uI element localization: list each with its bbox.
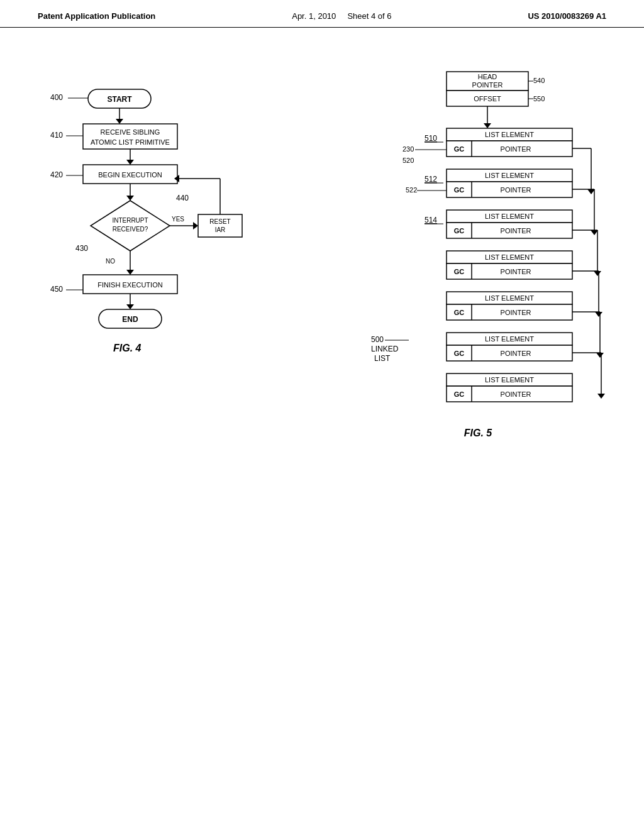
svg-marker-124 xyxy=(597,394,605,399)
svg-marker-35 xyxy=(126,270,134,275)
svg-text:512: 512 xyxy=(425,175,437,184)
svg-text:410: 410 xyxy=(50,131,63,140)
svg-text:400: 400 xyxy=(50,93,63,102)
svg-text:GC: GC xyxy=(454,309,465,316)
svg-text:POINTER: POINTER xyxy=(501,390,531,398)
svg-text:LIST ELEMENT: LIST ELEMENT xyxy=(485,335,534,343)
svg-text:RECEIVED?: RECEIVED? xyxy=(113,226,148,233)
svg-marker-55 xyxy=(484,123,491,128)
svg-text:POINTER: POINTER xyxy=(501,145,531,153)
svg-text:510: 510 xyxy=(425,134,437,143)
svg-text:POINTER: POINTER xyxy=(472,81,503,89)
header-right: US 2010/0083269 A1 xyxy=(528,11,606,21)
svg-text:430: 430 xyxy=(75,244,88,253)
svg-marker-5 xyxy=(116,119,123,124)
svg-text:LIST: LIST xyxy=(374,354,391,363)
svg-text:FIG. 4: FIG. 4 xyxy=(113,343,142,353)
header-center: Apr. 1, 2010 Sheet 4 of 6 xyxy=(292,11,391,21)
svg-text:GC: GC xyxy=(454,145,465,153)
fig5-diagram: HEAD POINTER 540 OFFSET 550 510 LIST ELE… xyxy=(308,65,610,726)
svg-marker-82 xyxy=(591,230,598,235)
svg-text:LIST ELEMENT: LIST ELEMENT xyxy=(485,213,534,220)
svg-marker-12 xyxy=(126,160,134,165)
svg-marker-18 xyxy=(126,196,134,201)
svg-text:YES: YES xyxy=(172,216,184,223)
svg-text:LIST ELEMENT: LIST ELEMENT xyxy=(485,376,534,384)
svg-text:FINISH EXECUTION: FINISH EXECUTION xyxy=(97,281,162,289)
svg-text:FIG. 5: FIG. 5 xyxy=(464,428,493,438)
svg-text:RESET: RESET xyxy=(209,218,230,225)
svg-text:230: 230 xyxy=(402,145,414,153)
svg-text:GC: GC xyxy=(454,186,465,194)
svg-text:OFFSET: OFFSET xyxy=(474,95,501,102)
svg-text:440: 440 xyxy=(176,194,189,202)
svg-text:GC: GC xyxy=(454,390,465,398)
svg-text:IAR: IAR xyxy=(215,226,226,233)
svg-text:POINTER: POINTER xyxy=(501,186,531,194)
svg-marker-24 xyxy=(193,222,198,230)
svg-text:LIST ELEMENT: LIST ELEMENT xyxy=(485,172,534,179)
svg-text:GC: GC xyxy=(454,350,465,357)
svg-text:ATOMIC LIST PRIMITIVE: ATOMIC LIST PRIMITIVE xyxy=(91,138,170,146)
svg-marker-93 xyxy=(594,271,601,276)
svg-text:GC: GC xyxy=(454,268,465,275)
svg-text:HEAD: HEAD xyxy=(478,73,497,80)
svg-text:POINTER: POINTER xyxy=(501,350,531,357)
svg-marker-69 xyxy=(587,189,595,194)
svg-text:LINKED: LINKED xyxy=(371,345,399,353)
svg-text:540: 540 xyxy=(533,77,545,84)
svg-text:POINTER: POINTER xyxy=(501,268,531,275)
svg-text:520: 520 xyxy=(402,157,414,164)
page: Patent Application Publication Apr. 1, 2… xyxy=(0,0,644,830)
header: Patent Application Publication Apr. 1, 2… xyxy=(0,0,644,28)
svg-text:420: 420 xyxy=(50,170,63,179)
svg-marker-41 xyxy=(126,304,134,309)
svg-text:450: 450 xyxy=(50,285,63,294)
svg-text:LIST ELEMENT: LIST ELEMENT xyxy=(485,131,534,138)
svg-text:GC: GC xyxy=(454,227,465,235)
svg-text:POINTER: POINTER xyxy=(501,227,531,235)
svg-text:NO: NO xyxy=(106,258,115,265)
fig4-flowchart: 400 START 410 RECEIVE SIBLING ATOMIC LIS… xyxy=(38,65,252,455)
svg-text:550: 550 xyxy=(533,95,545,102)
svg-text:RECEIVE SIBLING: RECEIVE SIBLING xyxy=(101,128,160,136)
svg-text:POINTER: POINTER xyxy=(501,309,531,316)
header-left: Patent Application Publication xyxy=(38,11,155,21)
svg-marker-111 xyxy=(596,353,604,358)
header-sheet: Sheet 4 of 6 xyxy=(347,11,391,21)
svg-text:BEGIN EXECUTION: BEGIN EXECUTION xyxy=(98,171,162,179)
svg-marker-102 xyxy=(595,312,602,317)
svg-text:LIST ELEMENT: LIST ELEMENT xyxy=(485,253,534,261)
svg-text:514: 514 xyxy=(425,216,437,224)
svg-text:500: 500 xyxy=(371,335,384,344)
svg-text:LIST ELEMENT: LIST ELEMENT xyxy=(485,294,534,302)
svg-text:START: START xyxy=(107,95,132,104)
header-date: Apr. 1, 2010 xyxy=(292,11,336,21)
svg-text:INTERRUPT: INTERRUPT xyxy=(112,217,148,224)
svg-text:522: 522 xyxy=(406,186,417,194)
svg-text:END: END xyxy=(122,315,138,324)
